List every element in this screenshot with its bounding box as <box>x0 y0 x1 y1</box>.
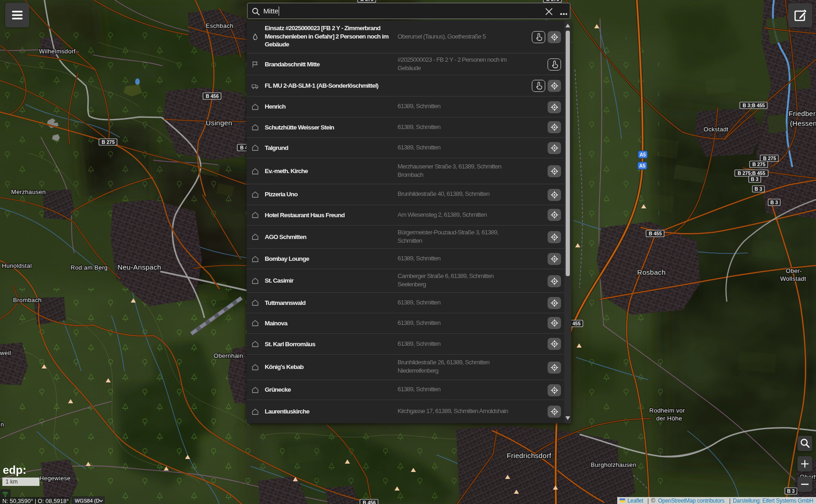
svg-text:B 3: B 3 <box>755 186 763 192</box>
svg-text:Brombach: Brombach <box>13 297 42 304</box>
svg-text:B 275: B 275 <box>360 0 373 2</box>
svg-text:Wilhelmsdorf: Wilhelmsdorf <box>39 48 76 55</box>
svg-text:weil: weil <box>0 349 11 356</box>
svg-text:B 3;B 455: B 3;B 455 <box>743 103 765 108</box>
svg-text:B 275: B 275 <box>102 139 115 145</box>
svg-text:Friedber: Friedber <box>789 110 816 117</box>
svg-text:A5: A5 <box>640 152 646 157</box>
svg-text:B 456: B 456 <box>206 93 219 99</box>
svg-text:der Höhe: der Höhe <box>656 415 682 422</box>
svg-text:Merzhausen: Merzhausen <box>11 188 46 195</box>
svg-text:in: in <box>0 421 4 428</box>
svg-text:B 456: B 456 <box>363 500 376 504</box>
svg-text:Rodheim vor: Rodheim vor <box>649 407 685 414</box>
svg-text:Hunoldstal: Hunoldstal <box>2 262 32 269</box>
svg-text:B 3: B 3 <box>751 176 759 182</box>
svg-text:B 275: B 275 <box>752 162 765 167</box>
svg-text:Hegewiese: Hegewiese <box>39 475 71 482</box>
svg-text:B 275: B 275 <box>763 155 776 161</box>
svg-text:Rosbach: Rosbach <box>637 268 666 276</box>
svg-text:Rod am Berg: Rod am Berg <box>71 264 108 271</box>
svg-text:B 3: B 3 <box>787 488 795 494</box>
svg-text:Eschbach: Eschbach <box>206 22 234 29</box>
svg-text:Ober-: Ober- <box>786 267 802 274</box>
svg-text:B 275: B 275 <box>546 0 559 2</box>
svg-text:Ockstadt: Ockstadt <box>704 126 729 133</box>
svg-text:Obernhain: Obernhain <box>214 352 243 359</box>
svg-text:B 3: B 3 <box>770 200 778 205</box>
svg-text:Usingen: Usingen <box>206 119 232 127</box>
svg-text:(Hessen: (Hessen <box>790 119 816 127</box>
svg-text:Wollstadt: Wollstadt <box>780 275 806 282</box>
svg-text:Friedrichsdorf: Friedrichsdorf <box>507 452 551 459</box>
svg-text:A5: A5 <box>639 163 646 168</box>
svg-text:B 275;B 455: B 275;B 455 <box>738 170 765 176</box>
svg-text:Neu-Anspach: Neu-Anspach <box>118 263 161 271</box>
svg-text:Burgholzhausen: Burgholzhausen <box>591 461 636 468</box>
svg-text:B 455: B 455 <box>649 231 662 236</box>
